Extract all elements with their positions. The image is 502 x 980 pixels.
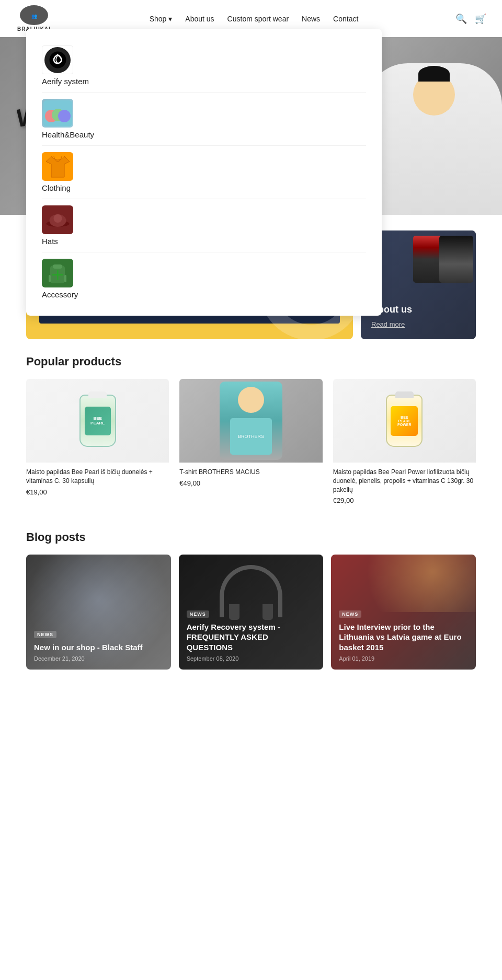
about-people-image <box>413 236 473 283</box>
category-health[interactable]: Health&Beauty <box>42 93 366 146</box>
blog-date-0: December 21, 2020 <box>34 655 163 662</box>
product-info-2: Maisto papildas Bee Pearl Power liofiliz… <box>333 463 476 510</box>
health-category-icon <box>43 100 72 126</box>
clothing-category-icon <box>43 154 72 180</box>
logo-icon: 👥 <box>20 5 49 25</box>
svg-rect-14 <box>53 264 62 269</box>
category-aerify[interactable]: Aerify system <box>42 39 366 93</box>
product-price-2: €29,00 <box>333 497 476 504</box>
svg-point-2 <box>49 52 66 68</box>
nav-news[interactable]: News <box>302 15 320 23</box>
about-title: About us <box>371 304 465 315</box>
main-nav: Shop ▾ About us Custom sport wear News C… <box>150 15 359 23</box>
about-content: About us Read more <box>371 304 465 329</box>
product-card-1[interactable]: BROTHERS T-shirt BROTHERS MACIUS €49,00 <box>179 379 322 510</box>
svg-point-6 <box>58 110 71 122</box>
svg-rect-17 <box>49 275 51 282</box>
blog-title-2: Live Interview prior to the Lithuania vs… <box>339 622 468 653</box>
category-accessory-label: Accessory <box>42 290 78 299</box>
product-name-1: T-shirt BROTHERS MACIUS <box>179 468 322 477</box>
blog-content-0: NEWS New in our shop - Black Staff Decem… <box>26 621 171 670</box>
aerify-logo-icon <box>49 51 67 69</box>
product-card-0[interactable]: BEEPEARL Maisto papildas Bee Pearl iš bi… <box>26 379 169 510</box>
header-icons: 🔍 🛒 <box>455 13 486 25</box>
product-info-1: T-shirt BROTHERS MACIUS €49,00 <box>179 463 322 492</box>
product-price-1: €49,00 <box>179 479 322 487</box>
product-image-1: BROTHERS <box>179 379 322 463</box>
blog-badge-1: NEWS <box>187 610 209 618</box>
nav-about[interactable]: About us <box>185 15 214 23</box>
blog-title-0: New in our shop - Black Staff <box>34 642 163 653</box>
product-image-0: BEEPEARL <box>26 379 169 463</box>
svg-point-11 <box>53 214 62 223</box>
product-name-0: Maisto papildas Bee Pearl iš bičių duone… <box>26 468 169 486</box>
product-name-2: Maisto papildas Bee Pearl Power liofiliz… <box>333 468 476 494</box>
products-grid: BEEPEARL Maisto papildas Bee Pearl iš bi… <box>26 379 476 510</box>
nav-shop[interactable]: Shop ▾ <box>150 15 173 23</box>
nav-contact[interactable]: Contact <box>333 15 358 23</box>
svg-rect-18 <box>64 275 66 282</box>
product-info-0: Maisto papildas Bee Pearl iš bičių duone… <box>26 463 169 501</box>
logo[interactable]: 👥 BRALIUKAI <box>16 5 52 32</box>
product-price-0: €19,00 <box>26 488 169 496</box>
blog-date-1: September 08, 2020 <box>187 655 316 662</box>
product-card-2[interactable]: BEEPEARLPOWER Maisto papildas Bee Pearl … <box>333 379 476 510</box>
svg-text:👥: 👥 <box>31 13 37 19</box>
shop-dropdown: Aerify system Health&Beauty Clothing <box>26 29 382 316</box>
blog-badge-0: NEWS <box>34 631 56 638</box>
category-clothing[interactable]: Clothing <box>42 146 366 199</box>
hats-category-icon <box>43 207 72 233</box>
category-health-label: Health&Beauty <box>42 130 94 139</box>
blog-card-1[interactable]: NEWS Aerify Recovery system - FREQUENTLY… <box>179 555 324 670</box>
bee-power-bottle-icon: BEEPEARLPOWER <box>386 395 423 447</box>
about-read-more-link[interactable]: Read more <box>371 320 405 328</box>
chevron-down-icon: ▾ <box>168 15 172 23</box>
blog-content-1: NEWS Aerify Recovery system - FREQUENTLY… <box>179 601 324 670</box>
category-hats-label: Hats <box>42 237 58 246</box>
blog-content-2: NEWS Live Interview prior to the Lithuan… <box>331 601 476 670</box>
search-icon[interactable]: 🔍 <box>455 13 467 25</box>
blog-card-0[interactable]: NEWS New in our shop - Black Staff Decem… <box>26 555 171 670</box>
blog-title-1: Aerify Recovery system - FREQUENTLY ASKE… <box>187 622 316 653</box>
blog-card-2[interactable]: NEWS Live Interview prior to the Lithuan… <box>331 555 476 670</box>
cart-icon[interactable]: 🛒 <box>475 13 486 25</box>
blog-badge-2: NEWS <box>339 610 361 618</box>
category-clothing-label: Clothing <box>42 183 71 192</box>
blog-posts-title: Blog posts <box>26 531 476 544</box>
blog-date-2: April 01, 2019 <box>339 655 468 662</box>
shirt-guy-icon: BROTHERS <box>220 382 282 460</box>
blog-grid: NEWS New in our shop - Black Staff Decem… <box>26 555 476 670</box>
popular-products-title: Popular products <box>26 355 476 368</box>
nav-custom-sport[interactable]: Custom sport wear <box>227 15 289 23</box>
category-hats[interactable]: Hats <box>42 199 366 252</box>
category-aerify-label: Aerify system <box>42 77 89 86</box>
product-image-2: BEEPEARLPOWER <box>333 379 476 463</box>
accessory-category-icon <box>43 260 72 286</box>
bee-bottle-icon: BEEPEARL <box>79 395 116 447</box>
category-accessory[interactable]: Accessory <box>42 252 366 305</box>
